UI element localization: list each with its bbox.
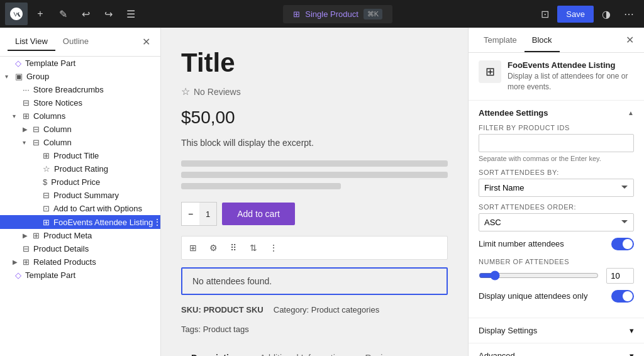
top-center: ⊞ Single Product ⌘K (143, 5, 532, 23)
sidebar-item-product-summary[interactable]: ⊟ Product Summary (0, 189, 160, 202)
tab-description[interactable]: Description (181, 347, 250, 356)
display-settings-chevron-icon: ▾ (630, 326, 634, 335)
options-button[interactable]: ⋯ (619, 4, 639, 24)
skeleton-line-1 (181, 160, 448, 167)
product-icon: ⊞ (293, 9, 300, 19)
styles-button[interactable]: ◑ (596, 4, 616, 24)
column-icon: ⊟ (33, 138, 40, 147)
more-options-icon[interactable]: ⋮ (153, 217, 160, 227)
sidebar-close-button[interactable]: ✕ (140, 33, 153, 50)
number-attendees-slider[interactable] (479, 270, 599, 281)
toolbar-drag-icon[interactable]: ⠿ (223, 238, 243, 258)
expand-icon: ▾ (23, 139, 33, 146)
undo-button[interactable]: ↩ (75, 4, 96, 24)
sidebar-item-column-1[interactable]: ▶ ⊟ Column (0, 123, 160, 136)
toolbar-move-icon[interactable]: ⇅ (243, 238, 264, 258)
main-layout: List View Outline ✕ ◇ Template Part ▾ ▣ … (0, 28, 644, 356)
template-part-icon: ◇ (15, 58, 21, 68)
sidebar-item-template-part-top[interactable]: ◇ Template Part (0, 57, 160, 70)
top-right: ⊡ Save ◑ ⋯ (535, 4, 639, 24)
product-price-icon: $ (43, 177, 47, 187)
sidebar-item-product-price[interactable]: $ Product Price (0, 175, 160, 189)
panel-tab-block[interactable]: Block (525, 28, 560, 52)
expand-icon: ▶ (23, 126, 33, 133)
wp-logo[interactable] (5, 3, 28, 25)
attendee-settings-chevron[interactable]: ▲ (628, 109, 634, 116)
panel-close-button[interactable]: ✕ (623, 31, 636, 48)
unique-toggle-label: Display unique attendees only (479, 291, 587, 301)
product-rating-icon: ☆ (43, 164, 50, 174)
sidebar-item-store-breadcrumbs[interactable]: ··· Store Breadcrumbs (0, 83, 160, 96)
toolbar-block-icon[interactable]: ⊞ (183, 238, 203, 258)
tab-outline[interactable]: Outline (55, 33, 96, 51)
tab-reviews[interactable]: Reviews (355, 347, 408, 356)
top-bar: + ✎ ↩ ↪ ☰ ⊞ Single Product ⌘K ⊡ Save ◑ ⋯ (0, 0, 644, 28)
filter-helper-text: Separate with commas or the Enter key. (479, 155, 634, 162)
sidebar-item-product-details[interactable]: ⊟ Product Details (0, 242, 160, 255)
post-title-bar[interactable]: ⊞ Single Product ⌘K (283, 5, 392, 23)
sidebar-item-fooevents[interactable]: ⊞ FooEvents Attendee Listing ⋮ (0, 215, 160, 229)
block-description: Display a list of attendees for one or m… (508, 71, 634, 92)
block-info-text: FooEvents Attendee Listing Display a lis… (508, 60, 634, 92)
add-to-cart-button[interactable]: Add to cart (222, 203, 295, 225)
limit-toggle[interactable] (611, 238, 634, 250)
skeleton-line-3 (181, 183, 341, 189)
quantity-input[interactable]: − 1 (181, 202, 217, 226)
add-button[interactable]: + (30, 4, 50, 24)
edit-button[interactable]: ✎ (53, 4, 73, 24)
sort-by-select[interactable]: First Name Last Name Email Date (479, 179, 634, 197)
save-button[interactable]: Save (557, 6, 594, 23)
product-tabs: Description Additional Information Revie… (181, 347, 448, 356)
attendee-settings-section: Attendee Settings ▲ FILTER BY PRODUCT ID… (469, 101, 644, 318)
columns-icon: ⊞ (23, 111, 30, 121)
rating-star-icon: ☆ (181, 86, 190, 97)
filter-label: FILTER BY PRODUCT IDS (479, 124, 634, 131)
list-view-button[interactable]: ☰ (121, 4, 141, 24)
display-settings-section[interactable]: Display Settings ▾ (469, 318, 644, 343)
advanced-section[interactable]: Advanced ▾ (469, 343, 644, 356)
attendee-settings-title: Attendee Settings ▲ (479, 108, 634, 118)
unique-toggle[interactable] (611, 290, 634, 303)
sidebar-item-product-title[interactable]: ⊞ Product Title (0, 149, 160, 162)
sidebar-item-product-meta[interactable]: ▶ ⊞ Product Meta (0, 229, 160, 242)
expand-icon: ▾ (13, 113, 23, 120)
display-settings-label: Display Settings (479, 326, 537, 335)
advanced-chevron-icon: ▾ (630, 351, 634, 356)
sku-value: PRODUCT SKU (203, 305, 263, 314)
sidebar-item-related-products[interactable]: ▶ ⊞ Related Products (0, 255, 160, 269)
toolbar-settings-icon[interactable]: ⚙ (203, 238, 223, 258)
sidebar-item-columns[interactable]: ▾ ⊞ Columns (0, 109, 160, 123)
block-name: FooEvents Attendee Listing (508, 60, 634, 70)
sidebar-item-column-2[interactable]: ▾ ⊟ Column (0, 136, 160, 149)
filter-product-ids-input[interactable] (479, 134, 634, 152)
template-part-bottom-icon: ◇ (15, 270, 21, 280)
cat-label: Category: (274, 305, 309, 314)
sort-order-label: SORT ATTENDEES ORDER: (479, 203, 634, 211)
panel-tab-template[interactable]: Template (476, 28, 525, 52)
tab-additional-info[interactable]: Additional Information (250, 347, 355, 356)
product-price-display: $50,00 (181, 108, 448, 128)
sidebar-item-product-rating[interactable]: ☆ Product Rating (0, 162, 160, 175)
limit-toggle-label: Limit number attendees (479, 239, 564, 248)
sidebar-item-group[interactable]: ▾ ▣ Group (0, 70, 160, 83)
qty-minus-button[interactable]: − (182, 203, 199, 225)
sort-order-select[interactable]: ASC DESC (479, 213, 634, 231)
sort-by-label: SORT ATTENDEES BY: (479, 169, 634, 176)
sidebar-item-template-part-bottom[interactable]: ◇ Template Part (0, 269, 160, 282)
skeleton-content (181, 160, 448, 189)
attendee-text: No attendees found. (192, 276, 272, 286)
panel-header: Template Block ✕ (469, 28, 644, 53)
rating-text: No Reviews (194, 87, 241, 97)
toolbar-more-icon[interactable]: ⋮ (264, 238, 284, 258)
group-icon: ▣ (15, 72, 23, 81)
preview-button[interactable]: ⊡ (535, 4, 555, 24)
panel-content: ⊞ FooEvents Attendee Listing Display a l… (469, 53, 644, 356)
sidebar-item-add-to-cart[interactable]: ⊡ Add to Cart with Options (0, 202, 160, 215)
product-title-icon: ⊞ (43, 151, 50, 160)
canvas: Title ☆ No Reviews $50,00 This block wil… (161, 28, 468, 356)
tab-list-view[interactable]: List View (8, 33, 55, 51)
sidebar: List View Outline ✕ ◇ Template Part ▾ ▣ … (0, 28, 161, 356)
number-attendees-input[interactable] (606, 268, 634, 284)
sidebar-item-store-notices[interactable]: ⊟ Store Notices (0, 96, 160, 109)
redo-button[interactable]: ↪ (98, 4, 118, 24)
